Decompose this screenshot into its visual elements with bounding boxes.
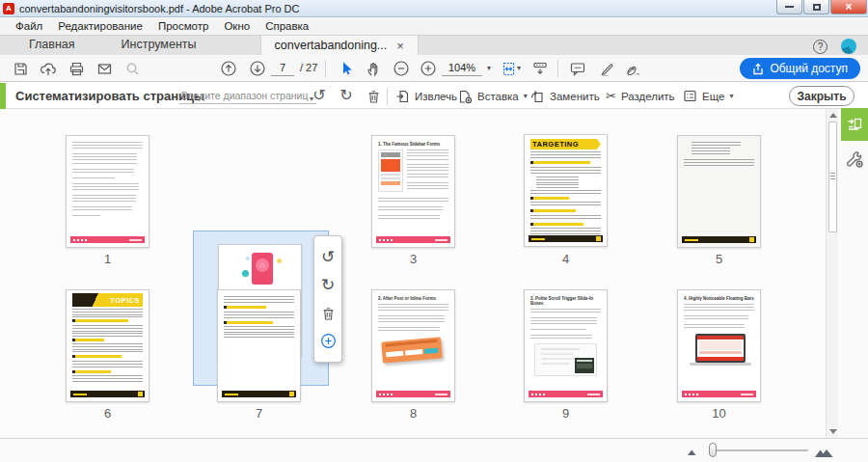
menu-help[interactable]: Справка — [258, 18, 316, 35]
split-button[interactable]: ✂ Разделить — [606, 83, 675, 109]
thumb-title: TOPICS — [110, 296, 140, 305]
organize-pages-tool-active[interactable] — [841, 108, 868, 141]
page-thumbnail-7[interactable] — [217, 289, 301, 402]
scroll-down-arrow[interactable] — [829, 429, 837, 434]
scrollbar-grip — [830, 173, 835, 180]
menu-window[interactable]: Окно — [216, 18, 258, 35]
highlighter-icon[interactable] — [598, 60, 615, 77]
page-range-dropdown[interactable]: Введите диапазон страниц ▾ — [179, 87, 316, 104]
thumb-footer-pink — [376, 391, 450, 397]
replace-button[interactable]: Заменить — [529, 83, 600, 109]
thumb-footer-pink — [682, 391, 756, 397]
search-icon[interactable] — [123, 60, 141, 77]
page-number-label: 6 — [66, 406, 149, 421]
close-button[interactable]: × — [830, 0, 867, 14]
tab-close-icon[interactable]: × — [396, 40, 404, 52]
laptop-image — [684, 334, 754, 368]
scrollbar-thumb[interactable] — [828, 122, 837, 232]
delete-pages-icon[interactable] — [365, 88, 382, 105]
comment-icon[interactable] — [569, 60, 586, 77]
thumbnail-size-slider-thumb[interactable] — [709, 443, 717, 457]
delete-page-icon[interactable] — [321, 306, 336, 321]
previous-page-icon[interactable] — [220, 60, 237, 77]
thumb-title: TARGETING — [532, 140, 599, 149]
insert-page-icon[interactable] — [320, 333, 337, 349]
page-number-label: 7 — [217, 406, 301, 421]
zoom-out-icon[interactable] — [393, 60, 410, 77]
save-icon[interactable] — [12, 60, 29, 77]
share-button[interactable]: Общий доступ — [740, 58, 860, 79]
avatar[interactable] — [841, 39, 856, 54]
rotate-ccw-icon[interactable]: ↺ — [321, 249, 335, 265]
share-arrow-icon — [752, 63, 764, 75]
thumb-art-sparse-page — [678, 136, 760, 247]
share-upload-icon[interactable] — [40, 60, 57, 77]
thumb-footer-black — [222, 391, 296, 397]
restore-button[interactable] — [803, 0, 829, 14]
thumb-footer-black — [682, 236, 756, 243]
wrench-plus-icon — [845, 149, 864, 169]
zoom-caret-icon[interactable]: ▾ — [487, 64, 491, 73]
sidebar-form-image — [378, 149, 403, 192]
thumbnails-larger-icon[interactable] — [815, 445, 833, 458]
email-icon[interactable] — [95, 60, 113, 77]
tab-home[interactable]: Главная — [6, 35, 98, 55]
print-icon[interactable] — [68, 60, 85, 77]
page-number-label: 10 — [677, 406, 761, 421]
menu-edit[interactable]: Редактирование — [50, 18, 150, 35]
page-thumbnail-10[interactable]: 4. Highly Noticeable Floating Bars — [677, 289, 761, 402]
organize-title: Систематизировать страницы — [15, 83, 204, 109]
hide-toolbar-icon[interactable] — [531, 60, 549, 77]
minimize-button[interactable] — [776, 0, 802, 14]
tab-document[interactable]: convertabandoning... × — [260, 35, 419, 55]
menu-view[interactable]: Просмотр — [150, 18, 217, 35]
insert-button[interactable]: Вставка ▾ — [457, 83, 528, 109]
page-fit-icon[interactable] — [500, 60, 517, 77]
page-thumbnail-9[interactable]: 3. Polite Scroll Trigger Slide-In Boxes — [524, 289, 608, 402]
extract-button[interactable]: Извлечь — [395, 83, 457, 109]
page-number-label: 8 — [371, 406, 455, 421]
inline-form-image — [381, 337, 443, 363]
page-thumbnail-3[interactable]: 1. The Famous Sidebar Forms — [371, 135, 455, 248]
help-icon[interactable]: ? — [813, 40, 827, 54]
thumb-art-targeting-page: TARGETING — [525, 135, 607, 246]
thumbnails-smaller-icon[interactable] — [687, 447, 699, 456]
page-thumbnail-6[interactable]: TOPICS — [66, 289, 149, 402]
more-button[interactable]: Еще ▾ — [683, 83, 733, 109]
organize-divider — [387, 88, 388, 105]
page-number-label: 3 — [371, 252, 455, 266]
rotate-ccw-icon[interactable]: ↺ — [309, 84, 330, 107]
scroll-up-arrow[interactable] — [829, 113, 837, 118]
rotate-cw-icon[interactable]: ↻ — [321, 277, 335, 293]
page-thumbnail-8[interactable]: 2. After Post or Inline Forms — [371, 289, 455, 402]
fill-sign-icon[interactable] — [625, 60, 642, 77]
page-thumbnail-4[interactable]: TARGETING — [524, 134, 608, 247]
tab-bar: Главная Инструменты convertabandoning...… — [0, 35, 868, 55]
add-tools-button[interactable] — [843, 146, 866, 173]
select-tool-icon[interactable] — [338, 60, 355, 77]
thumb-footer-black — [70, 391, 145, 397]
right-tool-rail — [839, 109, 868, 438]
zoom-in-icon[interactable] — [420, 60, 437, 77]
menu-bar: Файл Редактирование Просмотр Окно Справк… — [0, 18, 868, 35]
tab-tools[interactable]: Инструменты — [98, 35, 220, 55]
page-thumbnail-1[interactable] — [66, 135, 149, 248]
rotate-cw-icon[interactable]: ↻ — [336, 84, 357, 107]
page-thumbnail-5[interactable] — [677, 135, 761, 248]
slidein-screenshot — [534, 343, 597, 376]
vertical-scrollbar[interactable] — [826, 109, 838, 438]
acrobat-window: A convertabandoningvisitorsbook.pdf - Ad… — [0, 0, 868, 462]
page-number-label: 1 — [66, 252, 149, 266]
organize-pages-icon — [846, 116, 863, 133]
split-label: Разделить — [621, 91, 675, 102]
close-tool-button[interactable]: Закрыть — [789, 86, 854, 106]
next-page-icon[interactable] — [249, 60, 266, 77]
page-number-input[interactable]: 7 — [271, 60, 294, 76]
thumbnail-size-slider-track[interactable] — [709, 449, 808, 451]
page-fit-caret-icon[interactable]: ▾ — [517, 64, 521, 73]
close-icon: × — [845, 1, 852, 13]
split-icon: ✂ — [606, 89, 616, 103]
menu-file[interactable]: Файл — [8, 18, 50, 35]
zoom-level-input[interactable]: 104% — [442, 60, 482, 76]
hand-tool-icon[interactable] — [365, 60, 382, 77]
